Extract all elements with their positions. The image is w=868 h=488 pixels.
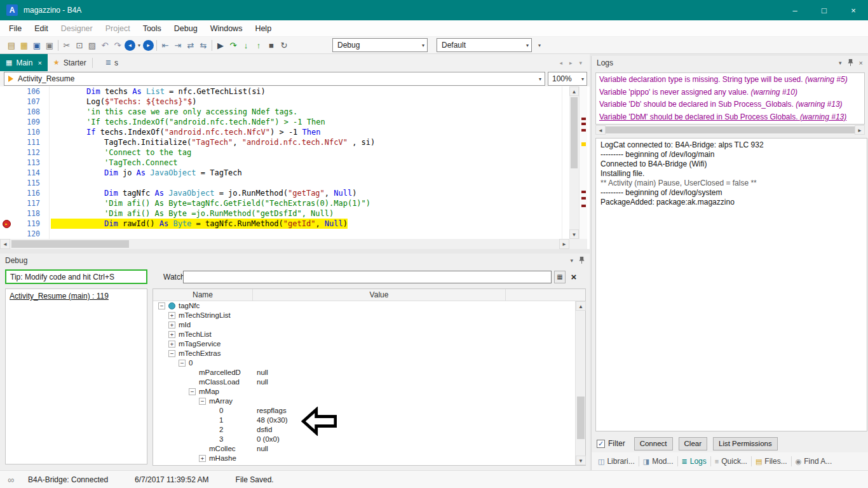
bottom-tab-logs[interactable]: ≣Logs (678, 457, 710, 466)
collapse-icon[interactable]: − (168, 350, 175, 357)
menu-debug[interactable]: Debug (168, 24, 204, 33)
uncomment-icon[interactable]: ⇆ (197, 38, 210, 52)
breakpoint-gutter[interactable] (0, 117, 13, 127)
tab-scroll-left-icon[interactable]: ◂ (559, 60, 562, 66)
scrollbar-thumb[interactable] (606, 126, 855, 133)
scroll-up-icon[interactable]: ▲ (576, 301, 586, 311)
breakpoint-gutter[interactable] (0, 168, 13, 178)
menu-file[interactable]: File (3, 24, 28, 33)
watch-tree-row[interactable]: +mTechList (153, 330, 574, 339)
warning-message[interactable]: Variable 'Db' should be declared in Sub … (599, 98, 862, 111)
outdent-icon[interactable]: ⇤ (159, 38, 172, 52)
code-line[interactable]: 120 (0, 229, 569, 239)
expand-icon[interactable]: + (199, 455, 206, 462)
scroll-left-icon[interactable]: ◄ (0, 239, 10, 249)
restart-icon[interactable]: ↻ (278, 38, 290, 52)
watch-tree-row[interactable]: 30 (0x0) (153, 435, 574, 444)
watch-grid-icon[interactable]: ▦ (554, 271, 566, 283)
stop-icon[interactable]: ■ (265, 38, 278, 52)
scroll-right-icon[interactable]: ► (559, 239, 569, 249)
editor-horizontal-scrollbar[interactable]: ◄ ► (0, 239, 569, 249)
step-into-icon[interactable]: ↓ (240, 38, 252, 52)
toolbar-overflow-icon[interactable]: ▾ (538, 43, 541, 48)
code-line[interactable]: ▸119Dim rawId() As Byte = tagNfc.RunMeth… (0, 219, 569, 229)
tab-scroll-right-icon[interactable]: ▸ (569, 60, 573, 66)
watch-tree-row[interactable]: −0 (153, 358, 574, 368)
scrollbar-thumb[interactable] (571, 97, 578, 168)
list-permissions-button[interactable]: List Permissions (713, 437, 778, 451)
watch-tree-row[interactable]: +mTechStringList (153, 311, 574, 320)
method-selector-dropdown[interactable]: Activity_Resume ▾ (4, 72, 545, 86)
scroll-right-icon[interactable]: ► (855, 125, 865, 135)
collapse-icon[interactable]: − (199, 398, 206, 405)
step-out-icon[interactable]: ↑ (252, 38, 265, 52)
breakpoint-gutter[interactable] (0, 198, 13, 208)
minimize-icon[interactable]: – (780, 0, 810, 20)
code-line[interactable]: 118'Dim afi() As Byte =jo.RunMethod("get… (0, 208, 569, 219)
build-config-dropdown[interactable]: Default ▾ (437, 38, 532, 52)
navigate-history-caret-icon[interactable]: ▾ (136, 43, 142, 48)
tab-list-icon[interactable]: ▾ (579, 60, 582, 66)
breakpoint-gutter[interactable] (0, 178, 13, 188)
expand-icon[interactable]: + (168, 341, 175, 348)
undo-icon[interactable]: ↶ (98, 38, 111, 52)
paste-icon[interactable]: ▨ (86, 38, 98, 52)
pin-icon[interactable] (579, 256, 585, 264)
breakpoint-gutter[interactable] (0, 107, 13, 117)
column-name[interactable]: Name (153, 289, 253, 301)
watch-tree-row[interactable]: 2dsfid (153, 425, 574, 435)
code-line[interactable]: 109'If techs.IndexOf("android.nfc.tech.N… (0, 117, 569, 127)
panel-menu-icon[interactable]: ▾ (570, 257, 573, 264)
clear-button[interactable]: Clear (679, 437, 707, 451)
code-line[interactable]: 111TagTech.Initialize("TagTech", "androi… (0, 137, 569, 147)
breakpoint-gutter[interactable] (0, 158, 13, 168)
menu-tools[interactable]: Tools (137, 24, 168, 33)
warning-message[interactable]: Variable 'DbM' should be declared in Sub… (599, 111, 862, 124)
tab-main[interactable]: ▦ Main × (0, 54, 48, 71)
navigate-back-icon[interactable]: ◂ (125, 40, 135, 51)
scroll-left-icon[interactable]: ◄ (595, 125, 606, 135)
zoom-dropdown[interactable]: 100% ▾ (548, 72, 587, 86)
menu-help[interactable]: Help (248, 24, 278, 33)
breakpoint-gutter[interactable] (0, 86, 13, 97)
code-line[interactable]: 108'in this case we are only accessing N… (0, 107, 569, 117)
watch-tree-row[interactable]: 148 (0x30) (153, 416, 574, 425)
watch-tree-row[interactable]: −mMap (153, 387, 574, 396)
code-line[interactable]: 112'Connect to the tag (0, 147, 569, 158)
bottom-tab-find-all[interactable]: ◉Find A... (792, 457, 836, 466)
new-project-icon[interactable]: ▤ (5, 38, 18, 52)
indent-icon[interactable]: ⇥ (172, 38, 184, 52)
scrollbar-thumb[interactable] (11, 240, 129, 248)
watch-tree-row[interactable]: −tagNfc (153, 301, 574, 311)
save-icon[interactable]: ▣ (31, 38, 43, 52)
close-icon[interactable]: × (839, 0, 868, 20)
code-line[interactable]: 117'Dim afi() As Byte=tagNfc.GetField("T… (0, 198, 569, 208)
watch-clear-icon[interactable]: × (567, 271, 580, 283)
expand-icon[interactable]: + (168, 331, 175, 338)
breakpoint-gutter[interactable] (0, 127, 13, 137)
code-line[interactable]: 114Dim jo As JavaObject = TagTech (0, 168, 569, 178)
debug-mode-dropdown[interactable]: Debug ▾ (332, 38, 428, 52)
bottom-tab-libraries[interactable]: ◫Librari... (594, 457, 639, 466)
warning-message[interactable]: Variable declaration type is missing. St… (599, 74, 862, 86)
menu-project[interactable]: Project (99, 24, 137, 33)
breakpoint-gutter[interactable] (0, 97, 13, 107)
expand-icon[interactable]: + (168, 322, 175, 329)
breakpoint-gutter[interactable] (0, 188, 13, 198)
watch-tree-row[interactable]: mClassLoadnull (153, 377, 574, 387)
column-value[interactable]: Value (253, 289, 506, 301)
watch-tree-row[interactable]: 0respflags (153, 406, 574, 416)
panel-menu-icon[interactable]: ▾ (839, 60, 842, 66)
scrollbar-thumb[interactable] (577, 396, 585, 439)
connect-button[interactable]: Connect (634, 437, 673, 451)
filter-checkbox[interactable]: ✓ (597, 440, 605, 448)
collapse-icon[interactable]: − (179, 360, 186, 367)
watch-tree-row[interactable]: mParcelledDnull (153, 368, 574, 377)
save-all-icon[interactable]: ▣ (43, 38, 56, 52)
warnings-horizontal-scrollbar[interactable]: ◄ ► (595, 125, 865, 135)
menu-designer[interactable]: Designer (55, 24, 99, 33)
breakpoint-gutter[interactable] (0, 137, 13, 147)
code-line[interactable]: 115 (0, 178, 569, 188)
panel-close-icon[interactable]: × (859, 59, 863, 67)
scroll-up-icon[interactable]: ▲ (569, 86, 579, 96)
